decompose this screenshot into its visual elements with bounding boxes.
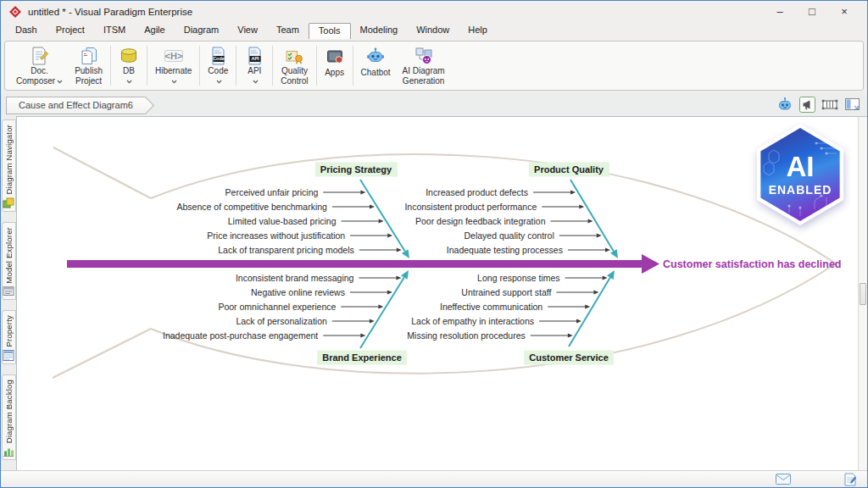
toolbar-separator — [316, 46, 317, 86]
cause-arrow-head — [387, 290, 392, 294]
db-label: DB — [123, 66, 135, 76]
cause-arrow-head — [378, 304, 383, 308]
chatbot-button[interactable]: Chatbot — [355, 43, 397, 88]
property-label: Property — [4, 315, 14, 347]
chevron-down-icon — [170, 76, 177, 86]
cause-label[interactable]: Missing resolution procedures — [407, 330, 525, 341]
menu-modeling[interactable]: Modeling — [351, 23, 408, 39]
sidebar-tab-diagram-navigator[interactable]: Diagram Navigator — [2, 119, 16, 212]
sidebar-tab-property[interactable]: Property — [2, 310, 16, 364]
cause-arrow-head — [570, 190, 576, 194]
cause-label[interactable]: Limited value-based pricing — [228, 216, 337, 226]
menu-window[interactable]: Window — [407, 23, 459, 39]
menu-project[interactable]: Project — [47, 23, 94, 39]
menubar: DashProjectITSMAgileDiagramViewTeamTools… — [1, 23, 867, 39]
api-button[interactable]: APIAPI — [238, 43, 270, 88]
cause-label[interactable]: Ineffective communication — [440, 302, 542, 312]
menu-agile[interactable]: Agile — [135, 23, 174, 39]
scrollbar-thumb[interactable] — [860, 283, 866, 305]
diagram-canvas[interactable]: Customer satisfaction has declinedPricin… — [16, 116, 858, 470]
minimize-button[interactable]: – — [764, 2, 796, 22]
sidebar-tab-model-explorer[interactable]: Model Explorer — [2, 222, 16, 301]
tab-arrow-shape — [136, 97, 154, 114]
hibernate-button[interactable]: <H>Hibernate — [149, 43, 198, 88]
cause-label[interactable]: Price increases without justification — [207, 230, 345, 241]
guide-icon[interactable] — [799, 97, 815, 113]
app-logo-icon — [9, 6, 21, 18]
edit-note-icon[interactable] — [843, 473, 857, 486]
ai-badge-title: AI — [787, 152, 815, 180]
publish-project-button[interactable]: PublishProject — [69, 43, 108, 88]
cause-label[interactable]: Lack of transparent pricing models — [218, 245, 354, 255]
menu-tools[interactable]: Tools — [309, 23, 351, 39]
toolbar-separator — [272, 46, 273, 86]
db-button[interactable]: DB — [113, 43, 145, 88]
left-sidebar: Diagram NavigatorModel ExplorerPropertyD… — [1, 116, 16, 470]
cause-label[interactable]: Untrained support staff — [461, 287, 551, 297]
sidebar-tab-diagram-backlog[interactable]: Diagram Backlog — [2, 374, 16, 460]
category-label[interactable]: Product Quality — [534, 164, 604, 175]
document-tab[interactable]: Cause and Effect Diagram6 — [6, 97, 146, 114]
publish-project-icon — [79, 45, 99, 66]
menu-diagram[interactable]: Diagram — [175, 23, 229, 39]
cause-label[interactable]: Inadequate post-purchase engagement — [163, 330, 318, 341]
mail-icon[interactable] — [776, 474, 791, 485]
cause-label[interactable]: Absence of competitive benchmarking — [177, 202, 328, 212]
diagram-backlog-icon — [3, 446, 14, 457]
cause-arrow-head — [397, 247, 402, 252]
code-button[interactable]: CodeCode — [202, 43, 234, 88]
model-explorer-label: Model Explorer — [4, 227, 14, 284]
cause-label[interactable]: Perceived unfair pricing — [225, 187, 319, 197]
ai-diagram-generation-button[interactable]: AI DiagramGeneration — [397, 43, 451, 88]
cause-label[interactable]: Poor omnichannel experience — [218, 302, 336, 312]
titlebar: untitled * - Visual Paradigm Enterprise … — [1, 1, 867, 23]
diagram-navigator-label: Diagram Navigator — [4, 125, 14, 195]
document-tab-label: Cause and Effect Diagram6 — [19, 100, 133, 110]
ai-diagram-generation-label: Generation — [403, 76, 444, 86]
code-label: Code — [208, 66, 228, 76]
vertical-scrollbar[interactable] — [858, 116, 867, 470]
cause-arrow-head — [585, 304, 590, 308]
statusbar — [1, 470, 867, 487]
cause-arrow-head — [588, 219, 593, 223]
cause-arrow-head — [603, 275, 608, 280]
toolbar: Doc.ComposerPublishProjectDB<H>Hibernate… — [1, 39, 867, 93]
ai-enabled-badge: AI ENABLED — [751, 124, 849, 225]
toolbar-separator — [353, 46, 353, 86]
doc-composer-button[interactable]: Doc.Composer — [10, 43, 69, 88]
menu-dash[interactable]: Dash — [6, 23, 47, 39]
cause-label[interactable]: Negative online reviews — [251, 287, 345, 297]
cause-label[interactable]: Inadequate testing processes — [447, 245, 563, 255]
menu-itsm[interactable]: ITSM — [94, 23, 135, 39]
category-label[interactable]: Pricing Strategy — [320, 164, 392, 175]
category-label[interactable]: Customer Service — [529, 352, 609, 363]
maximize-button[interactable]: □ — [796, 2, 828, 22]
menu-team[interactable]: Team — [267, 23, 309, 39]
fit-bounds-icon[interactable] — [821, 97, 838, 113]
quality-control-button[interactable]: QualityControl — [275, 43, 314, 88]
chevron-down-icon — [214, 76, 222, 86]
cause-label[interactable]: Lack of personalization — [236, 316, 327, 326]
layout-panel-icon[interactable] — [844, 97, 860, 113]
menu-view[interactable]: View — [228, 23, 267, 39]
cause-arrow-head — [605, 247, 610, 252]
spine-arrowhead — [642, 254, 659, 274]
cause-label[interactable]: Inconsistent brand messaging — [236, 273, 354, 283]
cause-label[interactable]: Increased product defects — [426, 187, 528, 197]
effect-label[interactable]: Customer satisfaction has declined — [663, 258, 841, 270]
menu-help[interactable]: Help — [459, 23, 497, 39]
cause-label[interactable]: Inconsistent product performance — [404, 202, 537, 212]
spine-bar[interactable] — [67, 260, 642, 268]
apps-button[interactable]: Apps — [319, 43, 351, 88]
cause-arrow-head — [370, 319, 375, 323]
close-button[interactable]: × — [828, 2, 860, 22]
chatbot-icon[interactable] — [776, 97, 793, 113]
cause-label[interactable]: Poor design feedback integration — [415, 216, 546, 226]
fishbone-diagram[interactable]: Customer satisfaction has declinedPricin… — [17, 117, 858, 470]
svg-text:<H>: <H> — [164, 51, 182, 61]
cause-label[interactable]: Lack of empathy in interactions — [411, 316, 534, 326]
cause-label[interactable]: Delayed quality control — [465, 230, 554, 241]
cause-label[interactable]: Long response times — [477, 273, 559, 283]
category-label[interactable]: Brand Experience — [322, 352, 402, 363]
diagram-tabbar: Cause and Effect Diagram6 — [1, 93, 867, 116]
